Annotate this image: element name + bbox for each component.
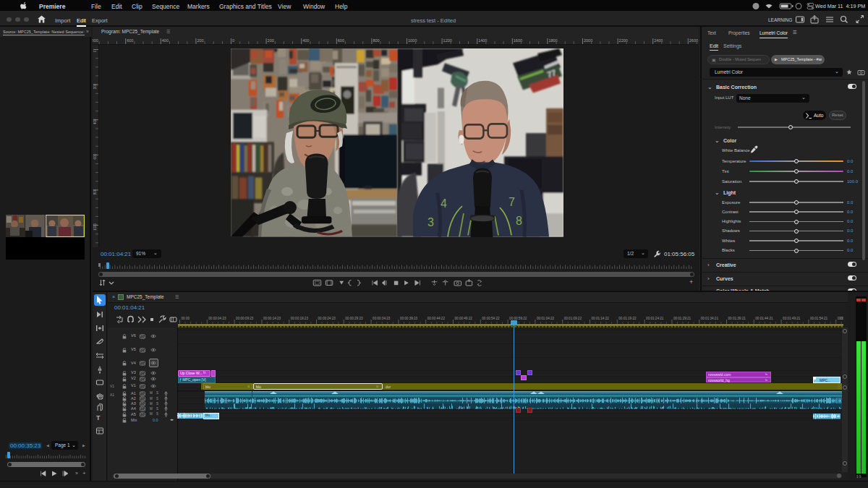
svg-text:00:01:39:21: 00:01:39:21 <box>728 317 746 320</box>
svg-text:400: 400 <box>162 38 169 43</box>
svg-text:800: 800 <box>373 38 379 43</box>
svg-text:00:01:24:21: 00:01:24:21 <box>646 317 664 320</box>
svg-text:00:00:04:23: 00:00:04:23 <box>208 317 226 320</box>
svg-text:00:00:39:23: 00:00:39:23 <box>400 317 418 320</box>
svg-text:400: 400 <box>302 38 309 43</box>
svg-text:00:01:09:22: 00:01:09:22 <box>564 317 582 320</box>
svg-text:400: 400 <box>93 119 97 124</box>
svg-text:00:01:29:21: 00:01:29:21 <box>673 317 692 320</box>
svg-text:00:01:49:21: 00:01:49:21 <box>783 317 801 320</box>
svg-text:800: 800 <box>93 189 97 194</box>
svg-text:0: 0 <box>232 38 234 43</box>
svg-text:200: 200 <box>93 83 97 89</box>
svg-text:00:01:44:21: 00:01:44:21 <box>755 317 773 320</box>
svg-text:600: 600 <box>338 38 344 43</box>
svg-text:00:00:14:23: 00:00:14:23 <box>263 317 281 320</box>
svg-text:00:00:24:23: 00:00:24:23 <box>318 317 336 320</box>
svg-text:00:01:04:22: 00:01:04:22 <box>537 317 555 320</box>
svg-text:00:01:19:22: 00:01:19:22 <box>618 317 637 320</box>
svg-text:00:00:54:22: 00:00:54:22 <box>482 317 500 320</box>
svg-text:0: 0 <box>841 316 843 320</box>
svg-text:800: 800 <box>93 38 98 43</box>
svg-text:600: 600 <box>93 154 97 160</box>
svg-text:00:00:19:23: 00:00:19:23 <box>291 317 309 320</box>
svg-text:00:00:29:23: 00:00:29:23 <box>345 317 363 320</box>
svg-text:4: 4 <box>441 197 447 210</box>
svg-text:200: 200 <box>197 38 203 43</box>
svg-text:00:00: 00:00 <box>182 317 190 320</box>
svg-text:1000: 1000 <box>93 223 97 231</box>
svg-text:0: 0 <box>93 50 97 52</box>
svg-text:8: 8 <box>516 214 522 227</box>
svg-text:3: 3 <box>427 215 434 228</box>
svg-text:00:00:34:23: 00:00:34:23 <box>373 317 391 320</box>
svg-text:00:01:34:21: 00:01:34:21 <box>701 317 719 320</box>
svg-text:00:01:14:22: 00:01:14:22 <box>592 317 610 320</box>
svg-text:00:00:44:22: 00:00:44:22 <box>427 317 446 320</box>
svg-text:7: 7 <box>509 195 515 208</box>
svg-text:00:01:54:21: 00:01:54:21 <box>810 317 828 320</box>
svg-text:00:00:09:23: 00:00:09:23 <box>236 317 254 320</box>
svg-text:600: 600 <box>127 38 133 43</box>
svg-text:200: 200 <box>268 38 274 43</box>
svg-text:00:00:49:22: 00:00:49:22 <box>455 317 473 320</box>
